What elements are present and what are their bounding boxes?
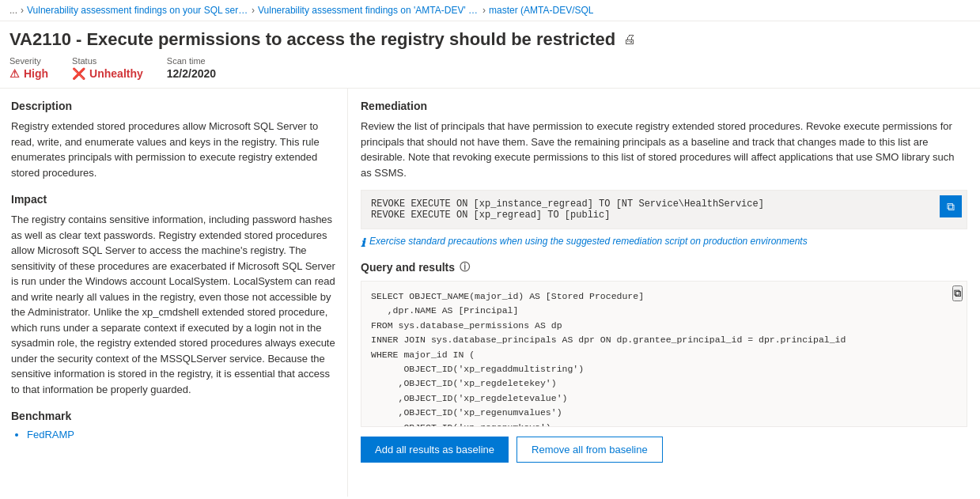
code-line-2: REVOKE EXECUTE ON [xp_regread] TO [publi… — [371, 210, 957, 221]
impact-title: Impact — [11, 193, 336, 206]
scan-time-value: 12/2/2020 — [167, 67, 216, 80]
copy-code-button[interactable]: ⧉ — [940, 195, 962, 217]
remediation-text: Review the list of principals that have … — [361, 119, 967, 180]
severity-value: ⚠ High — [9, 67, 48, 80]
scan-time-label: Scan time — [167, 56, 216, 66]
benchmark-list: FedRAMP — [11, 429, 336, 440]
help-icon[interactable]: ⓘ — [460, 260, 470, 274]
impact-body: The registry contains sensitive informat… — [11, 212, 336, 397]
page-header: VA2110 - Execute permissions to access t… — [0, 21, 980, 50]
severity-label: Severity — [9, 56, 48, 66]
scan-time-meta: Scan time 12/2/2020 — [167, 56, 216, 80]
query-code-box[interactable]: SELECT OBJECT_NAME(major_id) AS [Stored … — [361, 281, 967, 427]
query-wrapper: SELECT OBJECT_NAME(major_id) AS [Stored … — [361, 281, 967, 427]
info-note-text: Exercise standard precautions when using… — [369, 236, 808, 247]
breadcrumb-ellipsis: ... — [9, 5, 17, 16]
remediation-title: Remediation — [361, 100, 967, 112]
query-section-title: Query and results ⓘ — [361, 260, 967, 274]
status-value: ❌ Unhealthy — [72, 67, 143, 80]
scan-time-text: 12/2/2020 — [167, 67, 216, 80]
breadcrumb: ... › Vulnerability assessment findings … — [0, 0, 980, 21]
left-panel: Description Registry extended stored pro… — [0, 89, 348, 497]
info-note: ℹ Exercise standard precautions when usi… — [361, 236, 967, 249]
code-line-1: REVOKE EXECUTE ON [xp_instance_regread] … — [371, 198, 957, 210]
remediation-code-block: REVOKE EXECUTE ON [xp_instance_regread] … — [361, 190, 967, 229]
copy-query-button[interactable]: ⧉ — [952, 285, 963, 301]
benchmark-title: Benchmark — [11, 410, 336, 422]
status-label: Status — [72, 56, 143, 66]
benchmark-item: FedRAMP — [27, 429, 336, 440]
add-baseline-button[interactable]: Add all results as baseline — [361, 437, 509, 463]
info-icon: ℹ — [361, 236, 365, 249]
breadcrumb-link-1[interactable]: Vulnerability assessment findings on you… — [27, 5, 248, 16]
page-title: VA2110 - Execute permissions to access t… — [9, 29, 615, 50]
query-title-text: Query and results — [361, 261, 455, 274]
main-layout: Description Registry extended stored pro… — [0, 89, 980, 497]
action-row: Add all results as baseline Remove all f… — [361, 437, 967, 463]
meta-row: Severity ⚠ High Status ❌ Unhealthy Scan … — [0, 50, 980, 89]
severity-icon: ⚠ — [9, 67, 20, 80]
right-panel: Remediation Review the list of principal… — [348, 89, 980, 497]
remove-baseline-button[interactable]: Remove all from baseline — [516, 437, 663, 463]
print-icon[interactable]: 🖨 — [623, 32, 636, 47]
breadcrumb-link-2[interactable]: Vulnerability assessment findings on 'AM… — [258, 5, 479, 16]
status-meta: Status ❌ Unhealthy — [72, 56, 143, 80]
status-icon: ❌ — [72, 67, 85, 80]
description-title: Description — [11, 100, 336, 112]
breadcrumb-link-3[interactable]: master (AMTA-DEV/SQL — [489, 5, 593, 16]
severity-text: High — [24, 67, 48, 80]
description-body: Registry extended stored procedures allo… — [11, 119, 336, 180]
status-text: Unhealthy — [89, 67, 143, 80]
severity-meta: Severity ⚠ High — [9, 56, 48, 80]
